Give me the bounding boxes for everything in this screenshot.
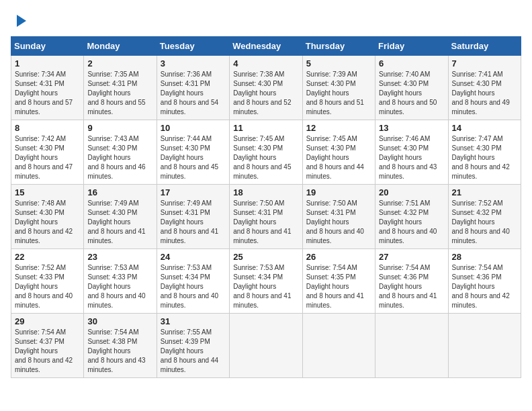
day-number: 25 bbox=[233, 252, 298, 262]
day-number: 24 bbox=[161, 252, 226, 262]
calendar-cell: 6 Sunrise: 7:40 AMSunset: 4:30 PMDayligh… bbox=[375, 56, 448, 120]
column-header-monday: Monday bbox=[84, 37, 157, 56]
column-header-friday: Friday bbox=[375, 37, 448, 56]
calendar-cell: 23 Sunrise: 7:53 AMSunset: 4:33 PMDaylig… bbox=[84, 249, 157, 314]
day-number: 22 bbox=[15, 252, 80, 262]
calendar-cell bbox=[230, 314, 302, 378]
day-info: Sunrise: 7:42 AMSunset: 4:30 PMDaylight … bbox=[15, 135, 73, 180]
calendar-cell bbox=[375, 314, 448, 378]
calendar-cell: 21 Sunrise: 7:52 AMSunset: 4:32 PMDaylig… bbox=[448, 185, 521, 249]
day-info: Sunrise: 7:45 AMSunset: 4:30 PMDaylight … bbox=[306, 135, 364, 180]
day-number: 26 bbox=[306, 252, 371, 262]
calendar-header-row: SundayMondayTuesdayWednesdayThursdayFrid… bbox=[11, 37, 521, 56]
day-number: 10 bbox=[161, 123, 226, 133]
day-info: Sunrise: 7:49 AMSunset: 4:30 PMDaylight … bbox=[87, 199, 145, 244]
column-header-sunday: Sunday bbox=[11, 37, 84, 56]
day-number: 1 bbox=[15, 58, 80, 68]
calendar-cell: 31 Sunrise: 7:55 AMSunset: 4:39 PMDaylig… bbox=[157, 314, 229, 378]
day-info: Sunrise: 7:45 AMSunset: 4:30 PMDaylight … bbox=[233, 135, 291, 180]
day-number: 19 bbox=[306, 187, 371, 197]
day-number: 31 bbox=[161, 316, 226, 326]
calendar-week-row: 29 Sunrise: 7:54 AMSunset: 4:37 PMDaylig… bbox=[11, 314, 521, 378]
day-number: 21 bbox=[452, 187, 517, 197]
day-number: 4 bbox=[233, 58, 298, 68]
day-number: 2 bbox=[87, 58, 152, 68]
day-number: 9 bbox=[87, 123, 152, 133]
day-number: 6 bbox=[379, 58, 444, 68]
day-info: Sunrise: 7:48 AMSunset: 4:30 PMDaylight … bbox=[15, 199, 73, 244]
logo-arrow-icon bbox=[14, 13, 29, 28]
calendar-week-row: 8 Sunrise: 7:42 AMSunset: 4:30 PMDayligh… bbox=[11, 120, 521, 185]
day-number: 20 bbox=[379, 187, 444, 197]
day-number: 7 bbox=[452, 58, 517, 68]
day-number: 16 bbox=[87, 187, 152, 197]
day-number: 30 bbox=[87, 316, 152, 326]
day-info: Sunrise: 7:50 AMSunset: 4:31 PMDaylight … bbox=[233, 199, 291, 244]
day-info: Sunrise: 7:54 AMSunset: 4:35 PMDaylight … bbox=[306, 264, 364, 309]
calendar-table: SundayMondayTuesdayWednesdayThursdayFrid… bbox=[11, 36, 521, 378]
calendar-cell: 3 Sunrise: 7:36 AMSunset: 4:31 PMDayligh… bbox=[157, 56, 229, 120]
day-info: Sunrise: 7:54 AMSunset: 4:37 PMDaylight … bbox=[15, 328, 73, 373]
calendar-cell: 18 Sunrise: 7:50 AMSunset: 4:31 PMDaylig… bbox=[230, 185, 302, 249]
day-number: 18 bbox=[233, 187, 298, 197]
day-number: 3 bbox=[161, 58, 226, 68]
day-number: 23 bbox=[87, 252, 152, 262]
day-info: Sunrise: 7:52 AMSunset: 4:32 PMDaylight … bbox=[452, 199, 510, 244]
day-info: Sunrise: 7:54 AMSunset: 4:36 PMDaylight … bbox=[452, 264, 510, 309]
day-number: 11 bbox=[233, 123, 298, 133]
calendar-week-row: 15 Sunrise: 7:48 AMSunset: 4:30 PMDaylig… bbox=[11, 185, 521, 249]
calendar-cell: 15 Sunrise: 7:48 AMSunset: 4:30 PMDaylig… bbox=[11, 185, 84, 249]
calendar-cell: 16 Sunrise: 7:49 AMSunset: 4:30 PMDaylig… bbox=[84, 185, 157, 249]
column-header-tuesday: Tuesday bbox=[157, 37, 229, 56]
day-number: 13 bbox=[379, 123, 444, 133]
calendar-cell: 22 Sunrise: 7:52 AMSunset: 4:33 PMDaylig… bbox=[11, 249, 84, 314]
day-info: Sunrise: 7:35 AMSunset: 4:31 PMDaylight … bbox=[87, 71, 145, 116]
calendar-cell: 12 Sunrise: 7:45 AMSunset: 4:30 PMDaylig… bbox=[302, 120, 375, 185]
calendar-cell: 5 Sunrise: 7:39 AMSunset: 4:30 PMDayligh… bbox=[302, 56, 375, 120]
calendar-cell: 20 Sunrise: 7:51 AMSunset: 4:32 PMDaylig… bbox=[375, 185, 448, 249]
calendar-cell bbox=[448, 314, 521, 378]
day-number: 8 bbox=[15, 123, 80, 133]
day-info: Sunrise: 7:49 AMSunset: 4:31 PMDaylight … bbox=[161, 199, 218, 244]
column-header-wednesday: Wednesday bbox=[230, 37, 302, 56]
calendar-cell: 25 Sunrise: 7:53 AMSunset: 4:34 PMDaylig… bbox=[230, 249, 302, 314]
day-info: Sunrise: 7:43 AMSunset: 4:30 PMDaylight … bbox=[87, 135, 145, 180]
day-info: Sunrise: 7:38 AMSunset: 4:30 PMDaylight … bbox=[233, 71, 291, 116]
day-info: Sunrise: 7:54 AMSunset: 4:36 PMDaylight … bbox=[379, 264, 437, 309]
day-info: Sunrise: 7:52 AMSunset: 4:33 PMDaylight … bbox=[15, 264, 73, 309]
calendar-cell: 8 Sunrise: 7:42 AMSunset: 4:30 PMDayligh… bbox=[11, 120, 84, 185]
day-number: 28 bbox=[452, 252, 517, 262]
calendar-cell: 11 Sunrise: 7:45 AMSunset: 4:30 PMDaylig… bbox=[230, 120, 302, 185]
day-number: 17 bbox=[161, 187, 226, 197]
calendar-cell: 4 Sunrise: 7:38 AMSunset: 4:30 PMDayligh… bbox=[230, 56, 302, 120]
calendar-cell: 19 Sunrise: 7:50 AMSunset: 4:31 PMDaylig… bbox=[302, 185, 375, 249]
calendar-cell: 10 Sunrise: 7:44 AMSunset: 4:30 PMDaylig… bbox=[157, 120, 229, 185]
calendar-cell: 9 Sunrise: 7:43 AMSunset: 4:30 PMDayligh… bbox=[84, 120, 157, 185]
day-info: Sunrise: 7:51 AMSunset: 4:32 PMDaylight … bbox=[379, 199, 437, 244]
calendar-cell: 2 Sunrise: 7:35 AMSunset: 4:31 PMDayligh… bbox=[84, 56, 157, 120]
day-info: Sunrise: 7:53 AMSunset: 4:33 PMDaylight … bbox=[87, 264, 145, 309]
day-info: Sunrise: 7:39 AMSunset: 4:30 PMDaylight … bbox=[306, 71, 364, 116]
day-info: Sunrise: 7:34 AMSunset: 4:31 PMDaylight … bbox=[15, 71, 73, 116]
calendar-cell: 27 Sunrise: 7:54 AMSunset: 4:36 PMDaylig… bbox=[375, 249, 448, 314]
column-header-thursday: Thursday bbox=[302, 37, 375, 56]
calendar-week-row: 1 Sunrise: 7:34 AMSunset: 4:31 PMDayligh… bbox=[11, 56, 521, 120]
day-number: 14 bbox=[452, 123, 517, 133]
day-number: 29 bbox=[15, 316, 80, 326]
calendar-cell: 26 Sunrise: 7:54 AMSunset: 4:35 PMDaylig… bbox=[302, 249, 375, 314]
svg-marker-0 bbox=[17, 15, 26, 27]
day-info: Sunrise: 7:47 AMSunset: 4:30 PMDaylight … bbox=[452, 135, 510, 180]
column-header-saturday: Saturday bbox=[448, 37, 521, 56]
day-number: 15 bbox=[15, 187, 80, 197]
day-info: Sunrise: 7:54 AMSunset: 4:38 PMDaylight … bbox=[87, 328, 145, 373]
day-info: Sunrise: 7:50 AMSunset: 4:31 PMDaylight … bbox=[306, 199, 364, 244]
day-info: Sunrise: 7:44 AMSunset: 4:30 PMDaylight … bbox=[161, 135, 218, 180]
day-number: 27 bbox=[379, 252, 444, 262]
day-info: Sunrise: 7:55 AMSunset: 4:39 PMDaylight … bbox=[161, 328, 218, 373]
calendar-cell: 30 Sunrise: 7:54 AMSunset: 4:38 PMDaylig… bbox=[84, 314, 157, 378]
calendar-cell bbox=[302, 314, 375, 378]
calendar-cell: 28 Sunrise: 7:54 AMSunset: 4:36 PMDaylig… bbox=[448, 249, 521, 314]
page-header bbox=[11, 11, 521, 31]
day-info: Sunrise: 7:41 AMSunset: 4:30 PMDaylight … bbox=[452, 71, 510, 116]
calendar-cell: 7 Sunrise: 7:41 AMSunset: 4:30 PMDayligh… bbox=[448, 56, 521, 120]
